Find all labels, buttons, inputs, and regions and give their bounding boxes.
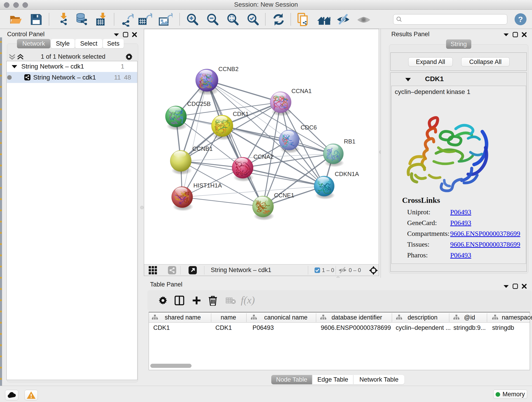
svg-text:CCNA2: CCNA2 bbox=[253, 153, 273, 160]
svg-text:CCNB2: CCNB2 bbox=[218, 65, 239, 72]
svg-text:CDC6: CDC6 bbox=[301, 124, 317, 131]
svg-text:CDC25B: CDC25B bbox=[187, 100, 211, 107]
svg-text:RB1: RB1 bbox=[344, 138, 355, 145]
svg-text:CCNA1: CCNA1 bbox=[291, 88, 312, 95]
svg-text:CDKN1A: CDKN1A bbox=[335, 171, 359, 177]
svg-text:CCNB1: CCNB1 bbox=[192, 145, 213, 152]
svg-text:HIST1H1A: HIST1H1A bbox=[193, 182, 222, 189]
svg-text:CDK1: CDK1 bbox=[233, 110, 249, 117]
svg-text:CCNE1: CCNE1 bbox=[274, 192, 294, 199]
